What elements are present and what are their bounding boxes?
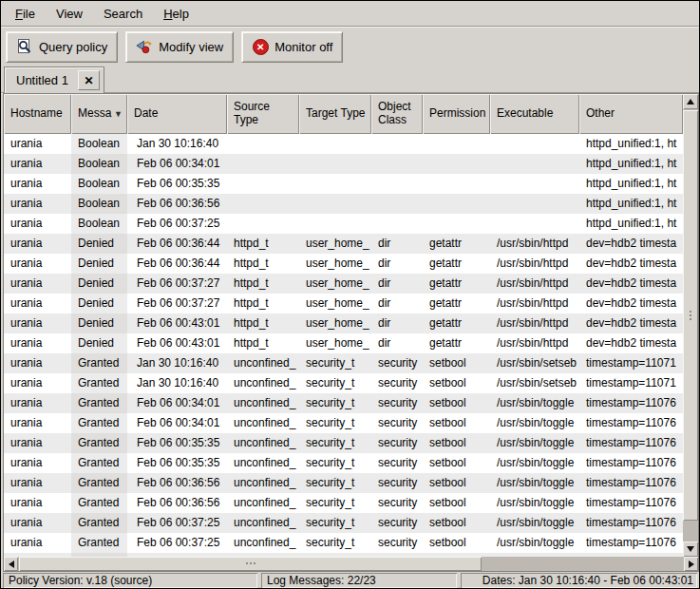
horizontal-scrollbar-thumb[interactable]: [19, 557, 482, 571]
table-cell: security_t: [299, 453, 371, 473]
table-cell: security_t: [299, 353, 371, 373]
table-cell: Feb 06 00:37:27: [127, 294, 227, 314]
menu-search[interactable]: Search: [93, 3, 153, 25]
table-row[interactable]: uraniaDeniedFeb 06 00:37:27httpd_tuser_h…: [4, 274, 683, 294]
table-cell: dir: [371, 294, 423, 314]
table-cell: urania: [4, 174, 71, 194]
monitor-off-button[interactable]: ✕ Monitor off: [241, 31, 343, 63]
column-header-hostname[interactable]: Hostname: [4, 94, 71, 134]
table-row[interactable]: uraniaBooleanFeb 06 00:37:25httpd_unifie…: [4, 214, 683, 234]
table-cell: timestamp=11071: [579, 353, 683, 373]
table-row[interactable]: uraniaGrantedFeb 06 00:37:25unconfined_s…: [4, 533, 683, 553]
table-row[interactable]: uraniaGrantedJan 30 10:16:40unconfined_s…: [4, 353, 683, 373]
table-cell: Boolean: [71, 194, 127, 214]
column-header-target-type[interactable]: Target Type: [299, 94, 371, 134]
table-cell: [490, 214, 579, 234]
table-row[interactable]: uraniaBooleanFeb 06 00:36:56httpd_unifie…: [4, 194, 683, 214]
table-cell: dir: [371, 314, 423, 333]
column-header-other[interactable]: Other: [579, 94, 683, 134]
table-cell: [423, 194, 490, 214]
table-cell: Denied: [71, 274, 127, 294]
scroll-right-button[interactable]: [684, 557, 698, 571]
column-header-label: Date: [134, 107, 158, 121]
tab-close-button[interactable]: ✕: [78, 70, 100, 90]
scroll-down-button[interactable]: [683, 542, 698, 557]
table-cell: Denied: [71, 254, 127, 274]
table-cell: getattr: [423, 274, 490, 294]
table-row[interactable]: uraniaDeniedFeb 06 00:43:01httpd_tuser_h…: [4, 314, 683, 333]
table-cell: [423, 214, 490, 234]
column-header-object-class[interactable]: Object Class: [371, 94, 423, 134]
table-row[interactable]: uraniaGrantedFeb 06 00:36:56unconfined_s…: [4, 493, 683, 513]
modify-view-button[interactable]: Modify view: [125, 31, 234, 63]
table-cell: Feb 06 00:35:35: [127, 453, 227, 473]
table-cell: user_home_: [299, 294, 371, 314]
table-cell: [227, 174, 299, 194]
menu-help[interactable]: Help: [153, 3, 199, 25]
column-header-source-type[interactable]: Source Type: [227, 94, 299, 134]
table-cell: Boolean: [71, 214, 127, 234]
table-row[interactable]: uraniaGrantedFeb 06 00:34:01unconfined_s…: [4, 393, 683, 413]
table-cell: urania: [4, 154, 71, 174]
table-cell: httpd_t: [227, 333, 299, 353]
table-cell: /usr/sbin/toggle: [490, 533, 579, 553]
scroll-up-button[interactable]: [683, 94, 698, 109]
table-row[interactable]: uraniaDeniedFeb 06 00:43:01httpd_tuser_h…: [4, 333, 683, 353]
menu-view[interactable]: View: [46, 3, 93, 25]
table-cell: security: [371, 453, 423, 473]
menu-search-label: Search: [104, 7, 142, 21]
scroll-left-button[interactable]: [4, 557, 18, 571]
column-header-date[interactable]: Date: [127, 94, 227, 134]
table-cell: urania: [4, 413, 71, 433]
table-row[interactable]: uraniaGrantedFeb 06 00:34:01unconfined_s…: [4, 413, 683, 433]
column-header-executable[interactable]: Executable: [490, 94, 579, 134]
table-cell: /usr/sbin/httpd: [490, 294, 579, 314]
table-cell: Granted: [71, 373, 127, 393]
table-row[interactable]: uraniaBooleanFeb 06 00:35:35httpd_unifie…: [4, 174, 683, 194]
log-table-frame: HostnameMessa▼DateSource TypeTarget Type…: [3, 93, 699, 572]
table-cell: Denied: [71, 294, 127, 314]
table-cell: Feb 06 00:35:35: [127, 174, 227, 194]
table-cell: Feb 06 00:35:35: [127, 433, 227, 453]
table-cell: getattr: [423, 294, 490, 314]
table-cell: timestamp=11071: [579, 373, 683, 393]
table-row[interactable]: uraniaBooleanJan 30 10:16:40httpd_unifie…: [4, 134, 683, 154]
tab-label: Untitled 1: [16, 73, 68, 87]
menu-file[interactable]: File: [5, 3, 46, 25]
table-cell: /usr/sbin/setseb: [490, 353, 579, 373]
table-row[interactable]: uraniaDeniedFeb 06 00:36:44httpd_tuser_h…: [4, 254, 683, 274]
tab-untitled-1[interactable]: Untitled 1 ✕: [4, 66, 104, 93]
table-row[interactable]: uraniaGrantedFeb 06 00:35:35unconfined_s…: [4, 453, 683, 473]
table-cell: Feb 06 00:36:56: [127, 473, 227, 493]
table-row[interactable]: uraniaGrantedFeb 06 00:35:35unconfined_s…: [4, 433, 683, 453]
table-cell: Granted: [71, 413, 127, 433]
horizontal-scrollbar[interactable]: [4, 557, 698, 571]
table-cell: urania: [4, 194, 71, 214]
table-cell: setbool: [423, 433, 490, 453]
vertical-scrollbar-thumb[interactable]: [683, 110, 698, 521]
table-cell: user_home_: [299, 314, 371, 333]
table-row[interactable]: uraniaBooleanFeb 06 00:34:01httpd_unifie…: [4, 154, 683, 174]
menu-file-label: ile: [23, 7, 35, 21]
table-cell: httpd_unified:1, ht: [579, 194, 683, 214]
column-header-messa[interactable]: Messa▼: [71, 94, 127, 134]
table-row[interactable]: uraniaGrantedJan 30 10:16:40unconfined_s…: [4, 373, 683, 393]
table-cell: urania: [4, 393, 71, 413]
table-row[interactable]: uraniaGrantedFeb 06 00:37:25unconfined_s…: [4, 513, 683, 533]
table-row[interactable]: uraniaDeniedFeb 06 00:36:44httpd_tuser_h…: [4, 234, 683, 254]
table-cell: unconfined_: [227, 433, 299, 453]
table-cell: Granted: [71, 353, 127, 373]
table-cell: httpd_t: [227, 314, 299, 333]
table-cell: httpd_t: [227, 294, 299, 314]
table-cell: urania: [4, 134, 71, 154]
query-policy-button[interactable]: Query policy: [6, 31, 118, 63]
table-cell: httpd_unified:1, ht: [579, 154, 683, 174]
menu-file-mnemonic: F: [15, 7, 23, 21]
table-row[interactable]: uraniaDeniedFeb 06 00:37:27httpd_tuser_h…: [4, 294, 683, 314]
column-header-permission[interactable]: Permission: [423, 94, 490, 134]
table-row[interactable]: uraniaGrantedFeb 06 00:36:56unconfined_s…: [4, 473, 683, 493]
table-cell: urania: [4, 373, 71, 393]
table-cell: [299, 174, 371, 194]
table-cell: Feb 06 00:36:44: [127, 234, 227, 254]
vertical-scrollbar[interactable]: [683, 94, 698, 557]
